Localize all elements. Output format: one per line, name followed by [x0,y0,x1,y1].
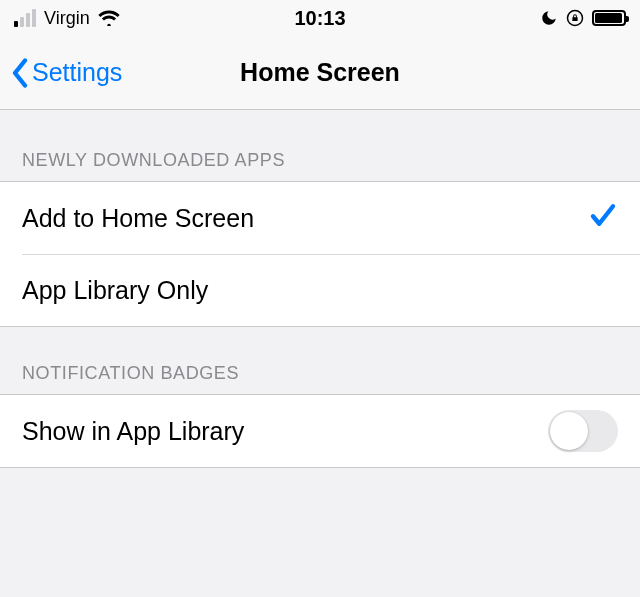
chevron-left-icon [10,58,30,88]
status-right [540,9,626,27]
checkmark-icon [588,200,618,236]
section-header-notification-badges: NOTIFICATION BADGES [0,327,640,394]
battery-icon [592,10,626,26]
do-not-disturb-icon [540,9,558,27]
wifi-icon [98,10,120,26]
back-button[interactable]: Settings [10,58,122,88]
section-header-newly-downloaded: NEWLY DOWNLOADED APPS [0,110,640,181]
cellular-signal-icon [14,9,36,27]
orientation-lock-icon [566,9,584,27]
option-label: Add to Home Screen [22,204,254,233]
option-app-library-only[interactable]: App Library Only [0,254,640,326]
group-newly-downloaded: Add to Home Screen App Library Only [0,181,640,327]
option-label: App Library Only [22,276,208,305]
option-add-to-home-screen[interactable]: Add to Home Screen [0,182,640,254]
row-show-in-app-library: Show in App Library [0,395,640,467]
page-title: Home Screen [240,58,400,87]
nav-bar: Settings Home Screen [0,36,640,110]
status-bar: Virgin 10:13 [0,0,640,36]
carrier-label: Virgin [44,8,90,29]
row-label: Show in App Library [22,417,244,446]
status-left: Virgin [14,8,120,29]
status-time: 10:13 [294,7,345,30]
group-notification-badges: Show in App Library [0,394,640,468]
back-label: Settings [32,58,122,87]
show-in-app-library-toggle[interactable] [548,410,618,452]
